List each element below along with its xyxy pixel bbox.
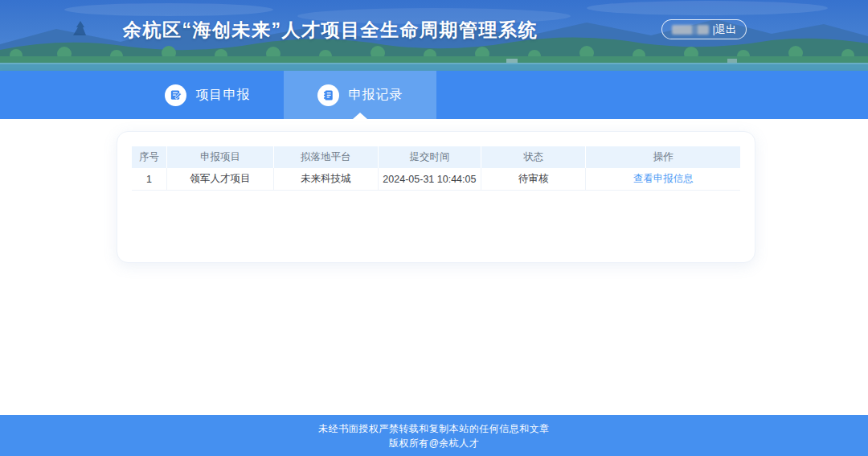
cell-platform: 未来科技城	[274, 168, 378, 191]
cell-action: 查看申报信息	[586, 168, 740, 191]
tab-project-application[interactable]: 项目申报	[131, 71, 284, 119]
column-header-status: 状态	[481, 146, 586, 168]
footer-copyright-notice: 未经书面授权严禁转载和复制本站的任何信息和文章	[318, 424, 550, 433]
column-header-action: 操作	[586, 146, 740, 168]
cell-submit-time: 2024-05-31 10:44:05	[379, 168, 482, 191]
records-notebook-icon	[317, 84, 339, 106]
cell-status: 待审核	[481, 168, 586, 191]
records-table: 序号 申报项目 拟落地平台 提交时间 状态 操作 1 领军人才项目 未来科技城 …	[132, 146, 740, 191]
tab-label-application-records: 申报记录	[349, 87, 403, 104]
column-header-no: 序号	[132, 146, 167, 168]
column-header-project: 申报项目	[167, 146, 274, 168]
column-header-submit-time: 提交时间	[379, 146, 482, 168]
logout-label[interactable]: |退出	[713, 23, 736, 37]
tab-strip: 项目申报 申报记录	[131, 71, 436, 119]
footer-owner: 版权所有@余杭人才	[389, 438, 480, 448]
main-navbar: 项目申报 申报记录	[0, 71, 868, 119]
view-application-link[interactable]: 查看申报信息	[633, 173, 694, 184]
table-row: 1 领军人才项目 未来科技城 2024-05-31 10:44:05 待审核 查…	[132, 168, 740, 191]
table-header-row: 序号 申报项目 拟落地平台 提交时间 状态 操作	[132, 146, 740, 168]
masked-username	[672, 25, 709, 35]
tab-label-project-application: 项目申报	[196, 87, 251, 104]
cell-no: 1	[132, 168, 167, 191]
tab-application-records[interactable]: 申报记录	[284, 71, 436, 119]
records-card: 序号 申报项目 拟落地平台 提交时间 状态 操作 1 领军人才项目 未来科技城 …	[117, 131, 755, 263]
header-banner: 余杭区“海创未来”人才项目全生命周期管理系统 |退出	[0, 0, 868, 71]
user-logout-button[interactable]: |退出	[661, 19, 747, 39]
edit-document-icon	[165, 84, 186, 106]
page-title: 余杭区“海创未来”人才项目全生命周期管理系统	[123, 18, 538, 43]
column-header-platform: 拟落地平台	[274, 146, 378, 168]
active-tab-caret	[353, 113, 367, 119]
cell-project: 领军人才项目	[167, 168, 274, 191]
main-content: 序号 申报项目 拟落地平台 提交时间 状态 操作 1 领军人才项目 未来科技城 …	[0, 119, 868, 415]
footer: 未经书面授权严禁转载和复制本站的任何信息和文章 版权所有@余杭人才	[0, 415, 868, 456]
